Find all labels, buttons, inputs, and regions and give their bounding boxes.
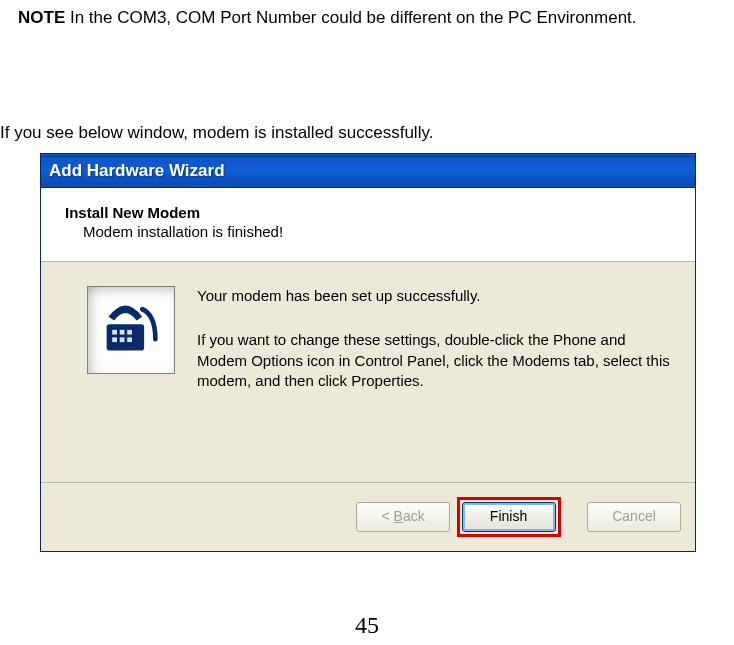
svg-rect-1 <box>112 330 117 335</box>
button-row: < Back Finish Cancel <box>41 482 695 551</box>
intro-text: If you see below window, modem is instal… <box>0 28 734 143</box>
cancel-button: Cancel <box>587 502 681 532</box>
svg-rect-3 <box>127 330 132 335</box>
instructions-text: If you want to change these settings, do… <box>197 330 671 391</box>
success-message: Your modem has been set up successfully. <box>197 286 671 306</box>
note-line: NOTE In the COM3, COM Port Number could … <box>0 0 734 28</box>
svg-rect-2 <box>120 330 125 335</box>
note-label: NOTE <box>18 8 65 27</box>
content-area: Your modem has been set up successfully.… <box>41 262 695 482</box>
header-title: Install New Modem <box>65 204 671 221</box>
wizard-window: Add Hardware Wizard Install New Modem Mo… <box>40 153 696 552</box>
content-text: Your modem has been set up successfully.… <box>175 286 671 458</box>
wizard-header: Install New Modem Modem installation is … <box>41 188 695 262</box>
modem-icon-box <box>87 286 175 374</box>
svg-rect-6 <box>127 337 132 342</box>
titlebar: Add Hardware Wizard <box>41 154 695 188</box>
svg-rect-4 <box>112 337 117 342</box>
phone-modem-icon <box>101 298 161 362</box>
window-title: Add Hardware Wizard <box>49 161 225 181</box>
note-text: In the COM3, COM Port Number could be di… <box>65 8 636 27</box>
header-subtitle: Modem installation is finished! <box>65 223 671 240</box>
finish-button[interactable]: Finish <box>462 502 556 532</box>
svg-rect-5 <box>120 337 125 342</box>
finish-button-highlight: Finish <box>457 497 561 537</box>
back-button: < Back <box>356 502 450 532</box>
page-number: 45 <box>0 612 734 639</box>
